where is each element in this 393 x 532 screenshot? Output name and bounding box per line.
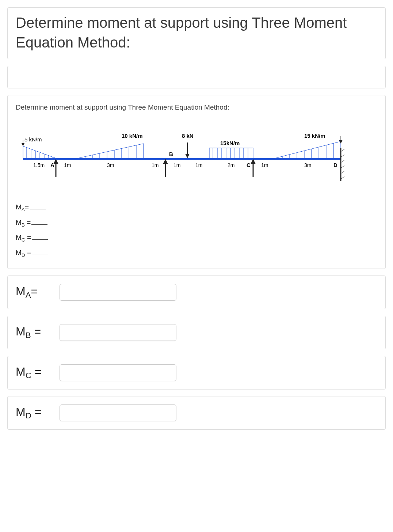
dim-7: 1m xyxy=(261,162,268,168)
support-c-label: C xyxy=(247,162,251,168)
answer-row-c: MC = xyxy=(7,356,386,390)
support-d-label: D xyxy=(333,162,337,168)
support-c: C xyxy=(247,159,256,177)
label-load-right: 15 kN/m xyxy=(304,133,325,139)
problem-card: Determine moment at support using Three … xyxy=(7,95,386,269)
label-load-point: 8 kN xyxy=(182,133,194,139)
answer-label-d: MD = xyxy=(16,405,60,421)
answer-input-b[interactable] xyxy=(60,324,176,341)
answer-row-a: MA= xyxy=(7,276,386,309)
svg-marker-9 xyxy=(22,143,24,146)
title-text: Determine moment at support using Three … xyxy=(16,15,347,50)
support-a-label: A xyxy=(50,162,54,168)
support-b-label: B xyxy=(169,151,173,157)
load-triangle-mid: 10 kN/m xyxy=(78,133,144,158)
load-triangle-left: 5 kN/m xyxy=(22,136,56,158)
label-load-mid: 10 kN/m xyxy=(122,133,143,139)
svg-marker-20 xyxy=(185,154,190,158)
spacer-card xyxy=(7,66,386,88)
dim-6: 2m xyxy=(228,162,234,168)
answer-input-c[interactable] xyxy=(60,364,176,381)
answer-label-c: MC = xyxy=(16,365,60,380)
support-d: D xyxy=(333,148,344,181)
dim-3: 1m xyxy=(152,162,159,168)
load-triangle-right: 15 kN/m xyxy=(275,133,343,158)
dim-2: 3m xyxy=(107,162,114,168)
diagram-svg: 5 kN/m 10 kN/m 8 kN xyxy=(16,126,344,188)
load-point: 8 kN xyxy=(182,133,194,158)
answer-label-b: MB = xyxy=(16,325,60,340)
svg-rect-21 xyxy=(209,148,253,158)
answer-row-b: MB = xyxy=(7,316,386,349)
answer-input-d[interactable] xyxy=(60,404,176,421)
load-udl: 15kN/m xyxy=(209,140,253,158)
blank-row: MD = xyxy=(16,246,377,261)
answer-label-a: MA= xyxy=(16,285,60,300)
blank-row: MA= xyxy=(16,200,377,215)
prompt-text: Determine moment at support using Three … xyxy=(16,103,377,111)
svg-marker-0 xyxy=(23,146,56,158)
answer-input-a[interactable] xyxy=(60,284,176,301)
dim-4: 1m xyxy=(173,162,180,168)
question-title: Determine moment at support using Three … xyxy=(7,7,386,59)
blank-list: MA= MB = MC = MD = xyxy=(16,200,377,261)
dim-0: 1.5m xyxy=(33,162,45,168)
beam-diagram: 5 kN/m 10 kN/m 8 kN xyxy=(16,126,377,190)
dim-8: 3m xyxy=(304,162,311,168)
dim-5: 1m xyxy=(195,162,202,168)
label-load-udl: 15kN/m xyxy=(220,140,240,146)
svg-marker-10 xyxy=(78,144,144,158)
blank-row: MC = xyxy=(16,230,377,246)
label-load-left: 5 kN/m xyxy=(24,136,42,142)
svg-marker-31 xyxy=(275,141,341,158)
support-b xyxy=(163,159,168,177)
answer-row-d: MD = xyxy=(7,396,386,430)
support-a: A xyxy=(50,159,58,177)
blank-row: MB = xyxy=(16,215,377,231)
dim-1: 1m xyxy=(64,162,71,168)
